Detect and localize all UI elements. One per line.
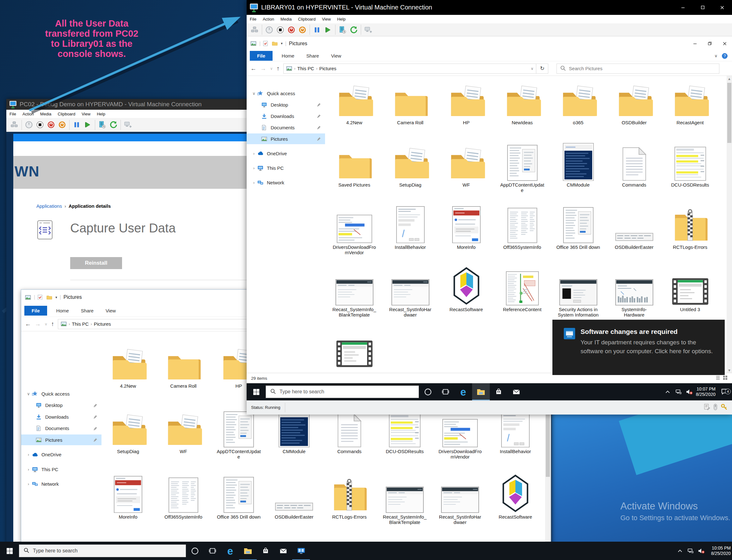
file-item[interactable]: MoreInfo [438,201,494,264]
shutdown-button[interactable] [57,119,68,131]
stop-button[interactable] [34,119,46,131]
file-item[interactable]: RecastAgent [662,77,718,139]
explorer-window-icon[interactable] [25,294,31,300]
file-item[interactable]: SetupDiag [101,406,155,454]
menu-item-clipboard[interactable]: Clipboard [295,15,319,23]
sidebar-item-pictures[interactable]: Pictures [21,434,101,445]
check-doc-icon[interactable] [38,294,44,300]
taskbar-edge-button[interactable]: e [454,383,472,400]
scrollbar[interactable]: ▲ ▼ [727,76,732,373]
resume-button[interactable] [323,24,334,35]
file-item[interactable]: SystemInfo-Hardware [606,264,662,326]
taskbar-mail-button[interactable] [274,542,292,560]
sidebar-item-quick-access[interactable]: ∨Quick access [21,388,101,399]
file-item[interactable]: InstallBehavior [382,201,438,264]
volume-muted-icon[interactable] [685,388,693,396]
file-item[interactable]: Security Actions in System Information [550,264,606,326]
file-item[interactable]: WF [438,139,494,201]
address-box[interactable]: ›This PC›Pictures∨ [283,64,536,74]
folder-small-icon[interactable] [46,294,53,300]
sidebar-item-downloads[interactable]: Downloads [21,411,101,422]
taskbar-store-button[interactable] [490,383,507,400]
menu-item-media[interactable]: Media [37,110,54,118]
file-item[interactable]: MoreInfo [101,471,155,520]
qat-dropdown-icon[interactable]: ▾ [281,41,283,46]
folder-small-icon[interactable] [272,40,278,47]
file-item[interactable]: OSDBuilderEaster [606,201,662,264]
menu-item-file[interactable]: File [6,110,19,118]
file-item[interactable]: ReferenceContent [494,264,550,326]
sidebar-item-quick-access[interactable]: ∨Quick access [247,88,325,99]
vm-window-library01[interactable]: LIBRARY01 on HYPERVINTEL - Virtual Machi… [247,0,732,415]
file-item[interactable]: Off365SystemInfo [494,201,550,264]
taskbar-task-view-button[interactable] [437,383,454,400]
power-button[interactable] [23,119,34,131]
taskbar-search-input[interactable]: Type here to search [19,545,186,557]
menu-item-view[interactable]: View [78,110,94,118]
reinstall-button[interactable]: Reinstall [70,257,122,269]
network-tray-icon[interactable] [674,388,683,396]
titlebar[interactable]: LIBRARY01 on HYPERVINTEL - Virtual Machi… [247,0,732,15]
sidebar-item-this-pc[interactable]: ›This PC [21,464,101,475]
menu-item-action[interactable]: Action [19,110,37,118]
file-item[interactable]: RecastSoftware [438,264,494,326]
file-item[interactable]: OSDBuilder [606,77,662,139]
sidebar-item-pictures[interactable]: Pictures [247,133,325,144]
tab-file[interactable]: File [250,51,273,61]
file-item[interactable]: 4.2New [326,77,382,139]
file-item[interactable]: AppDTContentUpdate [494,139,550,201]
checkpoint-button[interactable] [337,24,348,35]
explorer-window-icon[interactable] [250,40,257,47]
collapse-icon[interactable]: ∨ [25,391,32,396]
sidebar-item-this-pc[interactable]: ›This PC [247,163,325,173]
tab-home[interactable]: Home [50,306,75,316]
file-item[interactable]: Office 365 Drill down [550,201,606,264]
nav-buttons[interactable]: ←→∨↑ [247,65,283,72]
sidebar-item-network[interactable]: ›Network [21,479,101,489]
file-item[interactable]: SetupDiag [382,139,438,201]
resume-button[interactable] [82,119,93,131]
address-dropdown-icon[interactable]: ∨ [531,66,534,71]
minimize-button[interactable] [673,0,693,15]
sidebar-item-desktop[interactable]: Desktop [21,400,101,411]
crumb-this-pc[interactable]: This PC [297,66,314,71]
taskbar-task-view-button[interactable] [204,542,221,560]
file-item[interactable]: CMModule [550,139,606,201]
maximize-button[interactable] [693,0,712,15]
file-item[interactable]: Untitled 3 [662,264,718,326]
menu-item-action[interactable]: Action [260,15,277,23]
file-item[interactable]: Saved Pictures [326,139,382,201]
expand-icon[interactable]: › [250,151,257,156]
expand-icon[interactable]: › [250,166,257,170]
menu-item-file[interactable]: File [247,15,260,23]
crumb-pictures[interactable]: Pictures [94,321,111,327]
sidebar-item-onedrive[interactable]: ›OneDrive [21,449,101,460]
tab-share[interactable]: Share [75,306,100,316]
file-item[interactable]: NewIdeas [494,77,550,139]
pause-button[interactable] [311,24,323,35]
file-item[interactable]: HP [438,77,494,139]
file-item[interactable]: Off365SystemInfo [157,471,210,520]
revert-button[interactable] [348,24,359,35]
close-button[interactable] [717,36,732,51]
file-item[interactable]: Office 365 Drill down [212,471,265,520]
tab-share[interactable]: Share [300,51,325,61]
enhanced-session-button[interactable] [122,119,133,131]
view-thumbnails-icon[interactable] [723,375,728,381]
start-button[interactable] [0,542,19,560]
taskbar-search-input[interactable]: Type here to search [266,385,419,398]
help-icon[interactable]: ? [722,53,728,59]
taskbar-clock[interactable]: 10:07 PM8/25/2020 [696,386,716,397]
tab-home[interactable]: Home [276,51,300,61]
sidebar-item-documents[interactable]: Documents [247,122,325,133]
turn-off-button[interactable] [286,24,297,35]
sidebar-item-desktop[interactable]: Desktop [247,99,325,110]
revert-button[interactable] [108,119,119,131]
check-doc-icon[interactable] [263,40,269,47]
pause-button[interactable] [71,119,82,131]
close-button[interactable] [712,0,732,15]
menu-item-clipboard[interactable]: Clipboard [55,110,79,118]
crumb-pictures[interactable]: Pictures [319,66,336,71]
file-item[interactable]: Camera Roll [382,77,438,139]
expand-icon[interactable]: › [250,180,257,185]
